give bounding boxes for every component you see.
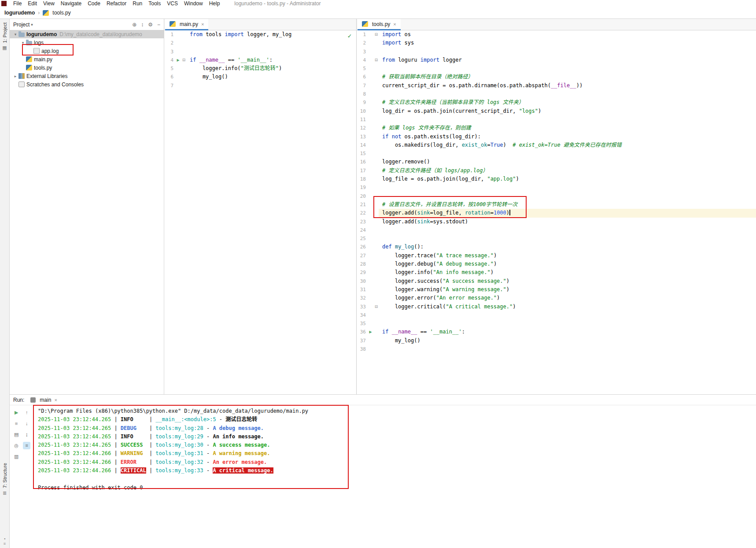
fold-icon[interactable]: ⊟: [374, 30, 379, 39]
down-stack-trace-button[interactable]: ↓: [23, 420, 30, 427]
code-line: 23logger.add(sink=sys.stdout): [357, 218, 756, 226]
code-text: [379, 226, 756, 234]
hide-panel-icon[interactable]: −: [157, 22, 160, 28]
gutter-marker: [367, 200, 374, 209]
code-editor-tools[interactable]: 1⊟import os2import sys34⊟from loguru imp…: [357, 30, 756, 394]
gutter-marker: [367, 226, 374, 234]
menu-refactor[interactable]: Refactor: [103, 0, 129, 7]
menu-code[interactable]: Code: [85, 0, 103, 7]
line-number: 36: [357, 328, 367, 336]
gutter-marker: [367, 209, 374, 217]
up-stack-trace-button[interactable]: ↑: [23, 409, 30, 416]
run-line-icon[interactable]: ▶: [175, 56, 181, 64]
code-line: 6# 获取当前脚本所在目录（绝对路径）: [357, 73, 756, 81]
code-line: 32 logger.error("An error message."): [357, 294, 756, 302]
close-icon[interactable]: ×: [54, 397, 57, 403]
fold-spacer: [374, 311, 379, 319]
gutter: 4▶⊟: [164, 56, 186, 64]
fold-icon[interactable]: ⊟: [374, 56, 379, 64]
settings-gear-icon[interactable]: ⚙: [148, 22, 153, 28]
stop-button[interactable]: ■: [13, 420, 20, 427]
gutter: 21: [357, 200, 379, 209]
code-line: 18log_file = os.path.join(log_dir, "app.…: [357, 175, 756, 183]
restore-layout-button[interactable]: ▤: [13, 431, 20, 438]
code-text: import sys: [379, 39, 756, 47]
code-text: [379, 345, 756, 353]
tab-main-py[interactable]: main.py ×: [165, 19, 208, 30]
fold-spacer: [374, 98, 379, 107]
gutter-marker: [367, 234, 374, 243]
gutter: 6: [357, 73, 379, 81]
code-text: [379, 183, 756, 192]
fold-icon[interactable]: ⊟: [181, 56, 186, 64]
fold-spacer: [374, 268, 379, 277]
code-line: 4▶⊟if __name__ == '__main__':: [164, 56, 356, 64]
tree-item-logurudemo[interactable]: ▾logurudemoD:\my_data\code_data\logurude…: [10, 30, 164, 38]
gutter-marker: [175, 73, 181, 81]
chevron-icon: ▾: [20, 41, 26, 45]
code-text: logger.success("A success message."): [379, 277, 756, 285]
breadcrumb-file[interactable]: tools.py: [52, 10, 70, 16]
gutter: 1: [164, 30, 186, 39]
gutter-marker: [367, 73, 374, 81]
line-number: 37: [357, 337, 367, 345]
gutter-marker: [367, 175, 374, 183]
locate-file-icon[interactable]: ⊕: [132, 22, 136, 28]
fold-spacer: [374, 234, 379, 243]
code-line: 17# 定义日志文件路径（如 logs/app.log）: [357, 167, 756, 175]
menu-help[interactable]: Help: [206, 0, 223, 7]
fold-icon[interactable]: ⊟: [374, 303, 379, 311]
run-panel-header: Run: main ×: [10, 395, 756, 405]
gutter: 7: [164, 81, 186, 90]
fold-spacer: [374, 252, 379, 260]
close-icon[interactable]: ×: [393, 22, 396, 27]
stripe-project-button[interactable]: 1: Project ▦: [0, 22, 9, 51]
tree-item-tools-py[interactable]: tools.py: [10, 63, 164, 72]
code-line: 2import sys: [357, 39, 756, 47]
line-number: 4: [357, 56, 367, 64]
tree-item-external-libraries[interactable]: ▸External Libraries: [10, 72, 164, 80]
run-tab-main[interactable]: main ×: [29, 397, 59, 403]
line-number: 26: [357, 243, 367, 251]
line-number: 2: [164, 39, 175, 47]
menu-vcs[interactable]: VCS: [164, 0, 181, 7]
code-text: logger.debug("A debug message."): [379, 260, 756, 268]
python-file-icon: [43, 10, 49, 16]
run-line-icon[interactable]: ▶: [367, 328, 374, 336]
menu-run[interactable]: Run: [129, 0, 145, 7]
tree-item-main-py[interactable]: main.py: [10, 55, 164, 63]
tree-item-scratches-and-consoles[interactable]: Scratches and Consoles: [10, 80, 164, 89]
code-editor-main[interactable]: 1from tools import logger, my_log234▶⊟if…: [164, 30, 356, 394]
gutter-marker: [367, 311, 374, 319]
soft-wrap-button[interactable]: ↨: [23, 431, 30, 438]
gutter-marker: [367, 133, 374, 141]
breadcrumb-project[interactable]: logurudemo: [4, 10, 35, 16]
menu-window[interactable]: Window: [181, 0, 206, 7]
menu-view[interactable]: View: [40, 0, 58, 7]
tree-item-logs[interactable]: ▾logs: [10, 38, 164, 47]
tree-item-app-log[interactable]: app.log: [10, 47, 164, 55]
project-panel-title[interactable]: Project: [13, 22, 30, 28]
menu-file[interactable]: File: [10, 0, 25, 7]
expand-collapse-icon[interactable]: ↕: [141, 22, 144, 28]
code-line: 3: [164, 48, 356, 56]
run-panel: Run: main × ▶■▤◎▥↑↓↨≡ "D:\Program Files …: [10, 394, 756, 548]
run-console[interactable]: "D:\Program Files (x86)\python385\python…: [33, 405, 756, 548]
pin-tab-button[interactable]: ◎: [13, 442, 20, 449]
editor-split: main.py × 1from tools import logger, my_…: [164, 19, 756, 394]
line-number: 18: [357, 175, 367, 183]
tab-tools-py[interactable]: tools.py ×: [358, 19, 401, 30]
stripe-structure-button[interactable]: 7: Structure ≣: [0, 463, 9, 496]
rerun-button[interactable]: ▶: [13, 409, 20, 416]
gutter: 35: [357, 319, 379, 328]
stripe-footer-icons[interactable]: ▪≡: [0, 537, 9, 546]
menu-navigate[interactable]: Navigate: [58, 0, 85, 7]
line-number: 6: [357, 73, 367, 81]
clear-all-button[interactable]: ▥: [13, 453, 20, 460]
menu-tools[interactable]: Tools: [145, 0, 164, 7]
fold-spacer: [374, 107, 379, 115]
gutter-marker: [175, 30, 181, 39]
scroll-to-end-button[interactable]: ≡: [23, 442, 30, 449]
close-icon[interactable]: ×: [201, 22, 204, 27]
menu-edit[interactable]: Edit: [25, 0, 40, 7]
